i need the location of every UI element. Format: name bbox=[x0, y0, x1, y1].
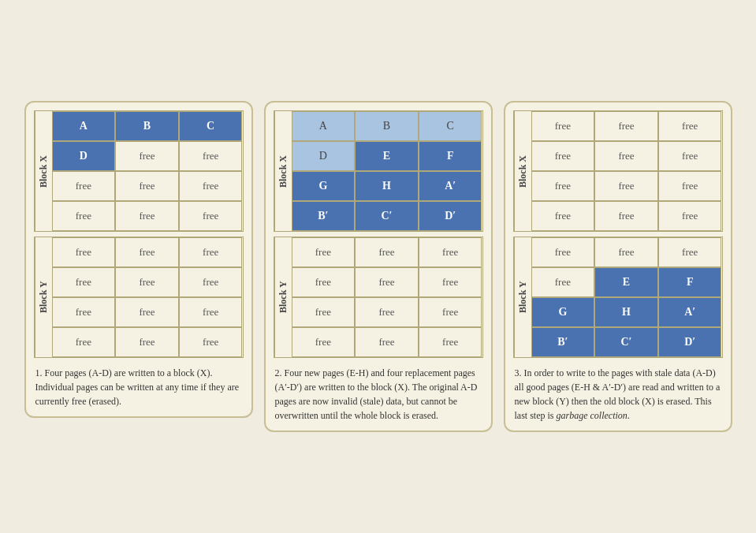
cell-r0-c2-blockX-panel-2: C bbox=[419, 111, 482, 141]
cell-r1-c2-blockY-panel-1: free bbox=[179, 267, 243, 297]
cell-r2-c1-blockY-panel-3: H bbox=[594, 297, 658, 327]
cell-r0-c0-blockX-panel-3: free bbox=[531, 111, 595, 141]
cell-r2-c1-blockX-panel-3: free bbox=[594, 171, 658, 201]
caption-panel-3: 3. In order to write to the pages with s… bbox=[513, 366, 723, 423]
cell-r2-c1-blockY-panel-1: free bbox=[115, 297, 179, 327]
cell-r0-c1-blockY-panel-3: free bbox=[594, 237, 658, 267]
cell-r0-c1-blockY-panel-1: free bbox=[115, 237, 179, 267]
grid-blockY-panel-3: freefreefreefreeEFGHA′B′C′D′ bbox=[531, 237, 722, 357]
panel-1: Block XABCDfreefreefreefreefreefreefreef… bbox=[24, 101, 253, 418]
cell-r1-c0-blockX-panel-3: free bbox=[531, 141, 595, 171]
cell-r2-c0-blockX-panel-2: G bbox=[292, 171, 356, 201]
cell-r3-c1-blockX-panel-1: free bbox=[115, 201, 179, 231]
cell-r3-c1-blockY-panel-1: free bbox=[115, 327, 179, 357]
block-label-blockY-panel-1: Block Y bbox=[35, 237, 52, 357]
cell-r1-c0-blockY-panel-2: free bbox=[292, 267, 356, 297]
block-label-blockX-panel-2: Block X bbox=[274, 111, 292, 231]
cell-r0-c0-blockX-panel-1: A bbox=[52, 111, 116, 141]
cell-r2-c2-blockY-panel-3: A′ bbox=[658, 297, 722, 327]
grid-blockY-panel-1: freefreefreefreefreefreefreefreefreefree… bbox=[52, 237, 243, 357]
cell-r3-c2-blockY-panel-1: free bbox=[179, 327, 243, 357]
cell-r0-c0-blockY-panel-3: free bbox=[531, 237, 595, 267]
cell-r3-c0-blockX-panel-2: B′ bbox=[292, 201, 356, 231]
grid-blockX-panel-3: freefreefreefreefreefreefreefreefreefree… bbox=[531, 111, 722, 231]
block-label-blockX-panel-3: Block X bbox=[514, 111, 531, 231]
block-label-blockY-panel-3: Block Y bbox=[514, 237, 531, 357]
cell-r2-c2-blockX-panel-3: free bbox=[658, 171, 722, 201]
cell-r1-c2-blockX-panel-3: free bbox=[658, 141, 722, 171]
cell-r2-c2-blockX-panel-2: A′ bbox=[419, 171, 482, 201]
cell-r2-c0-blockY-panel-1: free bbox=[52, 297, 116, 327]
cell-r2-c0-blockY-panel-3: G bbox=[531, 297, 595, 327]
cell-r0-c0-blockY-panel-1: free bbox=[52, 237, 116, 267]
caption-panel-2: 2. Four new pages (E-H) and four replace… bbox=[274, 366, 483, 423]
cell-r3-c0-blockX-panel-3: free bbox=[531, 201, 595, 231]
panel-3: Block Xfreefreefreefreefreefreefreefreef… bbox=[504, 101, 732, 432]
cell-r2-c1-blockY-panel-2: free bbox=[355, 297, 419, 327]
cell-r1-c2-blockY-panel-2: free bbox=[419, 267, 482, 297]
cell-r3-c1-blockX-panel-3: free bbox=[594, 201, 658, 231]
cell-r0-c1-blockY-panel-2: free bbox=[355, 237, 419, 267]
cell-r1-c0-blockY-panel-1: free bbox=[52, 267, 116, 297]
grid-blockX-panel-2: ABCDEFGHA′B′C′D′ bbox=[292, 111, 482, 231]
cell-r1-c2-blockX-panel-1: free bbox=[179, 141, 243, 171]
cell-r0-c2-blockX-panel-3: free bbox=[658, 111, 722, 141]
block-blockY-panel-2: Block Yfreefreefreefreefreefreefreefreef… bbox=[274, 237, 483, 358]
block-blockX-panel-2: Block XABCDEFGHA′B′C′D′ bbox=[274, 110, 483, 232]
cell-r2-c1-blockX-panel-2: H bbox=[355, 171, 419, 201]
cell-r1-c1-blockY-panel-2: free bbox=[355, 267, 419, 297]
cell-r0-c2-blockX-panel-1: C bbox=[179, 111, 243, 141]
cell-r1-c1-blockX-panel-1: free bbox=[115, 141, 179, 171]
cell-r0-c1-blockX-panel-1: B bbox=[115, 111, 179, 141]
caption-panel-1: 1. Four pages (A-D) are written to a blo… bbox=[34, 366, 244, 408]
block-label-blockY-panel-2: Block Y bbox=[274, 237, 292, 357]
cell-r0-c2-blockY-panel-2: free bbox=[419, 237, 482, 267]
cell-r3-c0-blockX-panel-1: free bbox=[52, 201, 116, 231]
cell-r2-c0-blockX-panel-3: free bbox=[531, 171, 595, 201]
cell-r0-c2-blockY-panel-3: free bbox=[658, 237, 722, 267]
block-blockX-panel-3: Block Xfreefreefreefreefreefreefreefreef… bbox=[513, 110, 723, 232]
block-blockY-panel-1: Block Yfreefreefreefreefreefreefreefreef… bbox=[34, 237, 244, 358]
cell-r1-c0-blockX-panel-1: D bbox=[52, 141, 116, 171]
cell-r2-c2-blockX-panel-1: free bbox=[179, 171, 243, 201]
cell-r3-c0-blockY-panel-3: B′ bbox=[531, 327, 595, 357]
cell-r0-c0-blockY-panel-2: free bbox=[292, 237, 356, 267]
cell-r0-c0-blockX-panel-2: A bbox=[292, 111, 356, 141]
cell-r3-c1-blockY-panel-2: free bbox=[355, 327, 419, 357]
cell-r1-c2-blockY-panel-3: F bbox=[658, 267, 722, 297]
block-blockY-panel-3: Block YfreefreefreefreeEFGHA′B′C′D′ bbox=[513, 237, 723, 358]
cell-r2-c2-blockY-panel-1: free bbox=[179, 297, 243, 327]
cell-r0-c1-blockX-panel-2: B bbox=[355, 111, 419, 141]
block-label-blockX-panel-1: Block X bbox=[35, 111, 52, 231]
cell-r3-c0-blockY-panel-2: free bbox=[292, 327, 356, 357]
cell-r2-c0-blockX-panel-1: free bbox=[52, 171, 116, 201]
grid-blockX-panel-1: ABCDfreefreefreefreefreefreefreefree bbox=[52, 111, 243, 231]
cell-r1-c2-blockX-panel-2: F bbox=[419, 141, 482, 171]
cell-r1-c1-blockX-panel-2: E bbox=[355, 141, 419, 171]
cell-r2-c0-blockY-panel-2: free bbox=[292, 297, 356, 327]
cell-r3-c0-blockY-panel-1: free bbox=[52, 327, 116, 357]
cell-r3-c2-blockX-panel-1: free bbox=[179, 201, 243, 231]
cell-r1-c0-blockX-panel-2: D bbox=[292, 141, 356, 171]
cell-r0-c1-blockX-panel-3: free bbox=[594, 111, 658, 141]
cell-r1-c1-blockY-panel-1: free bbox=[115, 267, 179, 297]
cell-r3-c2-blockY-panel-2: free bbox=[419, 327, 482, 357]
cell-r3-c2-blockX-panel-3: free bbox=[658, 201, 722, 231]
cell-r3-c2-blockY-panel-3: D′ bbox=[658, 327, 722, 357]
cell-r2-c1-blockX-panel-1: free bbox=[115, 171, 179, 201]
cell-r2-c2-blockY-panel-2: free bbox=[419, 297, 482, 327]
panel-2: Block XABCDEFGHA′B′C′D′Block Yfreefreefr… bbox=[264, 101, 493, 432]
cell-r3-c1-blockY-panel-3: C′ bbox=[594, 327, 658, 357]
cell-r3-c2-blockX-panel-2: D′ bbox=[419, 201, 482, 231]
cell-r1-c0-blockY-panel-3: free bbox=[531, 267, 595, 297]
cell-r3-c1-blockX-panel-2: C′ bbox=[355, 201, 419, 231]
cell-r0-c2-blockY-panel-1: free bbox=[179, 237, 243, 267]
cell-r1-c1-blockX-panel-3: free bbox=[594, 141, 658, 171]
main-container: Block XABCDfreefreefreefreefreefreefreef… bbox=[24, 101, 732, 432]
block-blockX-panel-1: Block XABCDfreefreefreefreefreefreefreef… bbox=[34, 110, 244, 232]
cell-r1-c1-blockY-panel-3: E bbox=[594, 267, 658, 297]
grid-blockY-panel-2: freefreefreefreefreefreefreefreefreefree… bbox=[292, 237, 482, 357]
